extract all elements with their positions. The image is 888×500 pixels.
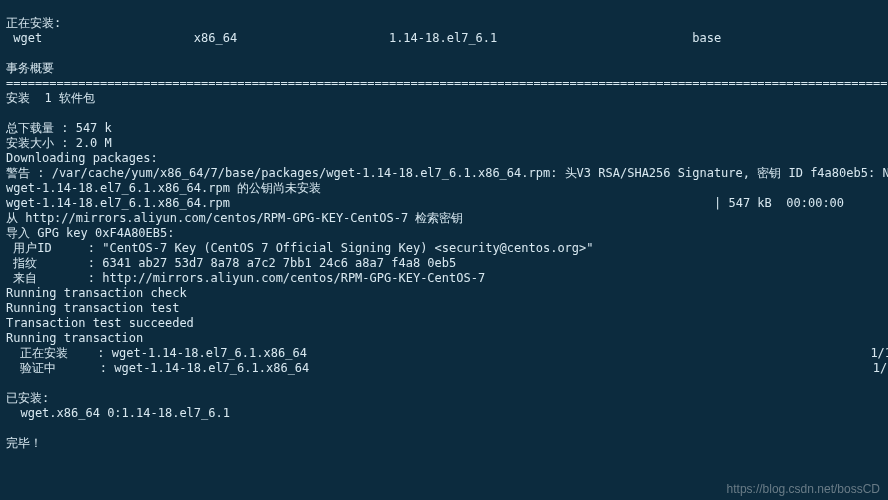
line: 总下载量 : 547 k xyxy=(6,121,112,135)
line: 已安装: xyxy=(6,391,49,405)
line: 导入 GPG key 0xF4A80EB5: xyxy=(6,226,175,240)
line: wget x86_64 1.14-18.el7_6.1 base 547 k xyxy=(6,31,888,45)
line: Downloading packages: xyxy=(6,151,158,165)
line: 从 http://mirrors.aliyun.com/centos/RPM-G… xyxy=(6,211,463,225)
line: wget.x86_64 0:1.14-18.el7_6.1 xyxy=(6,406,230,420)
watermark-text: https://blog.csdn.net/bossCD xyxy=(727,482,880,497)
terminal-output: 正在安装: wget x86_64 1.14-18.el7_6.1 base 5… xyxy=(0,12,888,453)
line: 完毕！ xyxy=(6,436,42,450)
line: 验证中 : wget-1.14-18.el7_6.1.x86_64 1/1 xyxy=(6,361,888,375)
line: 安装 1 软件包 xyxy=(6,91,95,105)
line: 正在安装: xyxy=(6,16,61,30)
line: 事务概要 xyxy=(6,61,54,75)
line: wget-1.14-18.el7_6.1.x86_64.rpm | 547 kB… xyxy=(6,196,844,210)
line: Running transaction xyxy=(6,331,143,345)
line: Running transaction check xyxy=(6,286,187,300)
line: wget-1.14-18.el7_6.1.x86_64.rpm 的公钥尚未安装 xyxy=(6,181,321,195)
line: Transaction test succeeded xyxy=(6,316,194,330)
line: 警告 : /var/cache/yum/x86_64/7/base/packag… xyxy=(6,166,888,180)
line: 来自 : http://mirrors.aliyun.com/centos/RP… xyxy=(6,271,485,285)
line: 安装大小 : 2.0 M xyxy=(6,136,112,150)
line: 用户ID : "CentOS-7 Key (CentOS 7 Official … xyxy=(6,241,594,255)
line: 正在安装 : wget-1.14-18.el7_6.1.x86_64 1/1 xyxy=(6,346,888,360)
line: Running transaction test xyxy=(6,301,179,315)
line: ========================================… xyxy=(6,76,888,90)
line: 指纹 : 6341 ab27 53d7 8a78 a7c2 7bb1 24c6 … xyxy=(6,256,456,270)
